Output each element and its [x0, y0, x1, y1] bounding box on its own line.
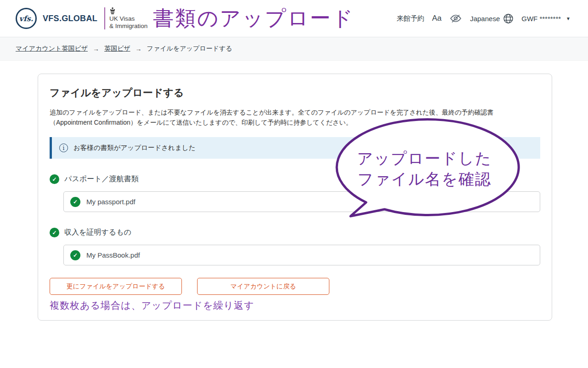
uk-crest-icon — [109, 7, 147, 15]
action-buttons: 更にファイルをアップロードする マイアカウントに戻る — [50, 278, 540, 295]
ukvi-logo: UK Visas & Immigration — [109, 7, 147, 29]
annotation-page-title: 書類のアップロード — [153, 5, 354, 32]
check-circle-icon: ✓ — [50, 228, 59, 237]
page-title: ファイルをアップロードする — [50, 86, 540, 100]
upload-more-files-button[interactable]: 更にファイルをアップロードする — [50, 278, 182, 295]
breadcrumb-link-my-account[interactable]: マイアカウント英国ビザ — [16, 45, 88, 53]
check-circle-icon: ✓ — [70, 197, 80, 207]
language-selector[interactable]: Japanese — [470, 13, 514, 24]
visit-booking-link[interactable]: 来館予約 — [396, 14, 424, 23]
vfs-logo-icon: vfs. — [16, 8, 37, 29]
globe-icon — [503, 13, 514, 24]
brand-name: VFS.GLOBAL — [43, 14, 97, 23]
account-dropdown[interactable]: GWF ******** ▼ — [521, 15, 571, 23]
speech-bubble-line-2: ファイル名を確認 — [331, 169, 518, 190]
ukvi-line1: UK Visas — [109, 15, 135, 22]
header-nav: 来館予約 Aa Japanese GWF ******** ▼ — [396, 13, 571, 24]
breadcrumb-link-uk-visa[interactable]: 英国ビザ — [104, 45, 130, 53]
uploaded-file-name: My passport.pdf — [86, 198, 136, 206]
breadcrumb: マイアカウント英国ビザ → 英国ビザ → ファイルをアップロードする — [0, 37, 588, 61]
speech-bubble-text: アップロードした ファイル名を確認 — [331, 148, 518, 190]
back-to-account-button[interactable]: マイアカウントに戻る — [197, 278, 329, 295]
font-size-toggle[interactable]: Aa — [432, 14, 441, 23]
breadcrumb-separator: → — [93, 45, 99, 52]
speech-bubble-line-1: アップロードした — [331, 148, 518, 169]
breadcrumb-separator: → — [136, 45, 142, 52]
uploaded-file-row-income[interactable]: ✓ My PassBook.pdf — [63, 245, 540, 265]
info-icon: i — [59, 144, 68, 152]
account-reference: GWF ******** — [521, 15, 561, 23]
uploaded-file-name: My PassBook.pdf — [86, 251, 140, 259]
annotation-speech-bubble: アップロードした ファイル名を確認 — [331, 115, 522, 222]
ukvi-line2: & Immigration — [109, 23, 147, 29]
section-income-proof-label: 収入を証明するもの — [64, 228, 131, 237]
brand-separator — [104, 7, 105, 29]
accessibility-eye-icon[interactable] — [449, 14, 462, 23]
annotation-repeat-upload-note: 複数枚ある場合は、アップロードを繰り返す — [50, 299, 540, 312]
language-label: Japanese — [470, 15, 500, 23]
breadcrumb-current-page: ファイルをアップロードする — [147, 45, 232, 53]
chevron-down-icon: ▼ — [566, 16, 571, 21]
section-passport-label: パスポート／渡航書類 — [64, 174, 139, 184]
check-circle-icon: ✓ — [50, 174, 59, 184]
check-circle-icon: ✓ — [70, 250, 80, 260]
info-banner-message: お客様の書類がアップロードされました — [74, 144, 195, 152]
header: vfs. VFS.GLOBAL UK Visas & Immigration 書… — [0, 0, 588, 37]
vfs-logo-mark: vfs. — [19, 14, 34, 23]
section-income-proof: ✓ 収入を証明するもの — [50, 228, 540, 237]
